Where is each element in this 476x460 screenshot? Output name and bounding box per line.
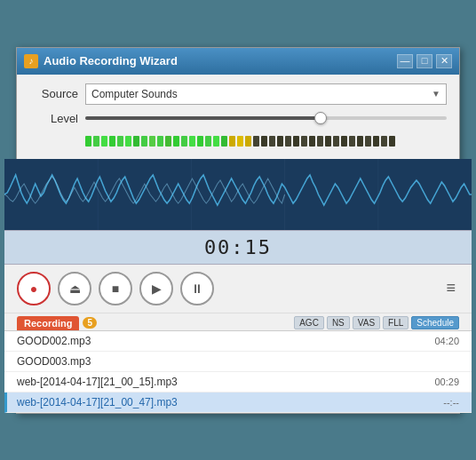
meter-segment-dark <box>341 136 347 147</box>
meter-segment-green <box>117 136 123 147</box>
title-bar: ♪ Audio Recording Wizard — □ ✕ <box>17 48 459 75</box>
maximize-button[interactable]: □ <box>416 54 432 68</box>
meter-segment-dark <box>301 136 307 147</box>
eject-icon: ⏏ <box>69 282 81 296</box>
stop-button[interactable]: ■ <box>99 272 132 305</box>
slider-fill <box>85 116 321 120</box>
source-label: Source <box>29 87 78 100</box>
meter-segment-green <box>109 136 115 147</box>
close-button[interactable]: ✕ <box>436 54 452 68</box>
time-display: 00:15 <box>4 230 472 265</box>
content-area: Source Computer Sounds ▼ Level <box>17 75 459 159</box>
file-duration: --:-- <box>424 397 459 408</box>
meter-segment-green <box>181 136 187 147</box>
meter-segment-green <box>197 136 203 147</box>
file-duration: 04:20 <box>424 336 459 346</box>
minimize-button[interactable]: — <box>397 54 413 68</box>
level-slider[interactable] <box>85 116 447 120</box>
meter-segment-green <box>213 136 219 147</box>
stop-icon: ■ <box>112 282 119 296</box>
meter-segment-dark <box>357 136 363 147</box>
meter-segment-dark <box>269 136 275 147</box>
file-row[interactable]: web-[2014-04-17][21_00_47].mp3--:-- <box>4 393 472 413</box>
meter-segment-green <box>93 136 99 147</box>
meter-segment-dark <box>293 136 299 147</box>
tag-btn-ns[interactable]: NS <box>327 316 350 329</box>
meter-segment-green <box>165 136 171 147</box>
file-row[interactable]: GOOD002.mp304:20 <box>4 331 472 352</box>
pause-button[interactable]: ⏸ <box>180 272 214 305</box>
level-label: Level <box>29 112 78 125</box>
file-row[interactable]: web-[2014-04-17][21_00_15].mp300:29 <box>4 372 472 393</box>
file-name: GOOD003.mp3 <box>17 355 424 368</box>
meter-segment-dark <box>309 136 315 147</box>
meter-segment-dark <box>389 136 395 147</box>
file-name: web-[2014-04-17][21_00_47].mp3 <box>17 396 424 408</box>
meter-segment-yellow <box>245 136 251 147</box>
waveform-display <box>4 159 472 230</box>
meter-segment-green <box>157 136 163 147</box>
meter-segment-dark <box>261 136 267 147</box>
source-dropdown[interactable]: Computer Sounds ▼ <box>85 83 447 105</box>
pause-icon: ⏸ <box>191 282 203 296</box>
meter-segment-dark <box>373 136 379 147</box>
window-title: Audio Recording Wizard <box>44 54 178 67</box>
app-icon: ♪ <box>24 54 38 68</box>
tag-btn-vas[interactable]: VAS <box>353 316 380 329</box>
meter-segment-green <box>205 136 211 147</box>
meter-segment-green <box>173 136 179 147</box>
meter-segment-green <box>141 136 147 147</box>
meter-segment-yellow <box>237 136 243 147</box>
tag-btn-agc[interactable]: AGC <box>294 316 324 329</box>
meter-segment-dark <box>365 136 371 147</box>
meter-segment-dark <box>325 136 331 147</box>
meter-segment-green <box>101 136 107 147</box>
title-bar-left: ♪ Audio Recording Wizard <box>24 54 178 68</box>
file-row[interactable]: GOOD003.mp3 <box>4 352 472 372</box>
menu-button[interactable]: ≡ <box>442 275 459 301</box>
meter-segment-green <box>85 136 91 147</box>
meter-segment-green <box>189 136 195 147</box>
waveform-svg <box>4 159 472 230</box>
file-duration: 00:29 <box>424 377 459 387</box>
meter-segment-dark <box>333 136 339 147</box>
meter-segment-dark <box>349 136 355 147</box>
tag-buttons: AGCNSVASFLLSchedule <box>294 316 459 329</box>
meter-segment-dark <box>381 136 387 147</box>
meter-segment-green <box>149 136 155 147</box>
meter-segment-green <box>221 136 227 147</box>
meter-segment-green <box>125 136 131 147</box>
file-name: web-[2014-04-17][21_00_15].mp3 <box>17 376 424 388</box>
source-row: Source Computer Sounds ▼ <box>29 83 447 105</box>
svg-rect-0 <box>4 159 472 230</box>
source-value: Computer Sounds <box>91 88 178 100</box>
meter-segment-dark <box>277 136 283 147</box>
slider-thumb[interactable] <box>314 112 327 124</box>
record-icon: ● <box>30 282 37 296</box>
dropdown-arrow-icon: ▼ <box>432 89 440 99</box>
recording-badge: 5 <box>83 317 97 329</box>
tag-btn-schedule[interactable]: Schedule <box>411 316 459 329</box>
record-button[interactable]: ● <box>17 272 51 305</box>
meter-segment-green <box>133 136 139 147</box>
meter-segment-dark <box>317 136 323 147</box>
level-row: Level <box>29 112 447 125</box>
tabs-row: Recording 5 AGCNSVASFLLSchedule <box>4 313 472 331</box>
play-icon: ▶ <box>152 282 162 296</box>
tab-recording[interactable]: Recording <box>17 316 79 330</box>
title-controls: — □ ✕ <box>397 54 452 68</box>
main-window: ♪ Audio Recording Wizard — □ ✕ Source Co… <box>16 47 460 414</box>
tag-btn-fll[interactable]: FLL <box>383 316 409 329</box>
meter-segment-yellow <box>229 136 235 147</box>
file-list: GOOD002.mp304:20GOOD003.mp3web-[2014-04-… <box>4 331 472 413</box>
eject-button[interactable]: ⏏ <box>58 272 91 305</box>
play-button[interactable]: ▶ <box>139 272 173 305</box>
controls-row: ● ⏏ ■ ▶ ⏸ ≡ <box>4 265 472 313</box>
meter-segment-dark <box>285 136 291 147</box>
file-name: GOOD002.mp3 <box>17 335 424 347</box>
meter-segment-dark <box>253 136 259 147</box>
meter-bar <box>29 132 447 152</box>
